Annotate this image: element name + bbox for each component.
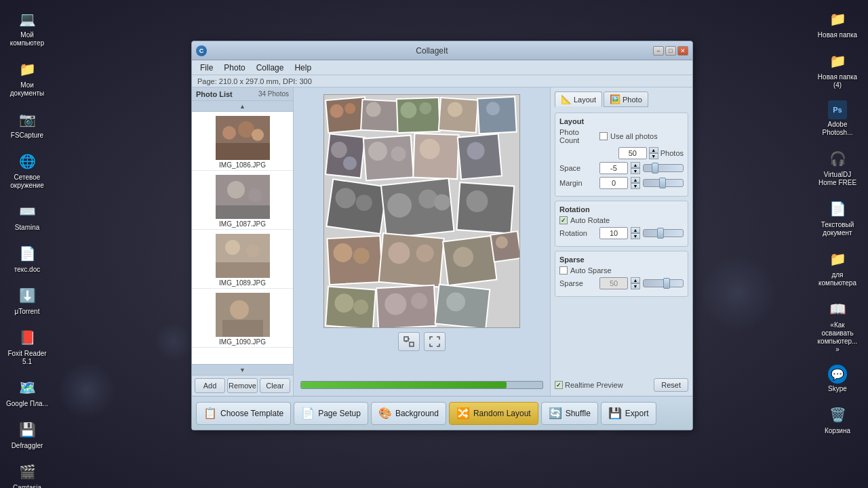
- svg-rect-39: [327, 179, 387, 233]
- export-button[interactable]: 💾 Export: [601, 402, 656, 425]
- svg-rect-27: [477, 97, 517, 134]
- realtime-checkbox[interactable]: ✓: [555, 381, 563, 389]
- margin-label: Margin: [559, 179, 597, 187]
- layout-tab[interactable]: 📐 Layout: [555, 92, 602, 107]
- margin-slider[interactable]: [643, 179, 684, 187]
- scroll-up-button[interactable]: ▲: [192, 101, 293, 112]
- maximize-button[interactable]: □: [665, 46, 676, 56]
- photo-tab[interactable]: 🖼️ Photo: [604, 92, 648, 107]
- menu-photo[interactable]: Photo: [218, 62, 250, 74]
- rotation-increment[interactable]: ▲: [631, 227, 640, 233]
- photo-item[interactable]: IMG_1087.JPG: [192, 171, 293, 230]
- app-title: CollageIt: [211, 46, 653, 56]
- background-icon: 🎨: [378, 407, 392, 420]
- space-slider[interactable]: [643, 164, 684, 172]
- photos-increment[interactable]: ▲: [649, 147, 658, 153]
- desktop-icon-skype[interactable]: 💬 Skype: [813, 362, 862, 396]
- desktop-icon-documents[interactable]: 📁 Мои документы: [3, 56, 52, 100]
- desktop-icon-label: Текстовый документ: [816, 221, 859, 237]
- sparse-decrement[interactable]: ▼: [631, 283, 640, 289]
- space-increment[interactable]: ▲: [631, 162, 640, 168]
- random-layout-button[interactable]: 🔀 Random Layout: [449, 402, 538, 425]
- menu-help[interactable]: Help: [289, 62, 317, 74]
- fit-view-button[interactable]: [398, 332, 420, 351]
- desktop-icon-virtualdj[interactable]: 🎧 VirtualDJ Home FREE: [813, 145, 862, 190]
- photos-decrement[interactable]: ▼: [649, 153, 658, 159]
- desktop-icon-foxit[interactable]: 📕 Foxit Reader 5.1: [3, 324, 52, 369]
- photos-value-input[interactable]: 50: [618, 147, 647, 159]
- auto-sparse-checkbox[interactable]: [559, 266, 568, 274]
- desktop-icon-label: FSCapture: [11, 131, 43, 140]
- margin-input[interactable]: [599, 177, 628, 189]
- folder-icon: 📁: [827, 8, 848, 30]
- desktop-icon-for-computer[interactable]: 📁 для компьютера: [813, 245, 862, 290]
- rotation-decrement[interactable]: ▼: [631, 233, 640, 239]
- fullscreen-button[interactable]: [424, 332, 446, 351]
- desktop-icon-photoshop[interactable]: Ps Adobe Photosh...: [813, 98, 862, 140]
- desktop-icon-book[interactable]: 📖 «Как осваивать компьютер...»: [813, 296, 862, 357]
- desktop-icon-stamina[interactable]: ⌨️ Stamina: [3, 198, 52, 235]
- auto-rotate-checkbox[interactable]: ✓: [559, 216, 568, 224]
- choose-template-button[interactable]: 📋 Choose Template: [196, 402, 291, 425]
- layout-section-label: Layout: [559, 117, 684, 125]
- use-all-photos-checkbox[interactable]: [599, 132, 608, 140]
- foxit-icon: 📕: [16, 327, 38, 348]
- sparse-increment[interactable]: ▲: [631, 277, 640, 283]
- margin-decrement[interactable]: ▼: [631, 183, 640, 189]
- photo-item[interactable]: IMG_1089.JPG: [192, 230, 293, 289]
- photo-thumbnail: [216, 293, 270, 337]
- sparse-slider[interactable]: [643, 279, 684, 287]
- desktop-icon-new-folder-4[interactable]: 📁 Новая папка (4): [813, 47, 862, 92]
- photo-thumbnail: [216, 175, 270, 219]
- close-button[interactable]: ✕: [677, 46, 688, 56]
- photo-item[interactable]: IMG_1086.JPG: [192, 112, 293, 171]
- export-label: Export: [625, 409, 649, 418]
- desktop-icon-network[interactable]: 🌐 Сетевое окружение: [3, 148, 52, 192]
- photo-tab-icon: 🖼️: [610, 94, 620, 104]
- desktop-icon-textdoc-right[interactable]: 📄 Текстовый документ: [813, 195, 862, 240]
- canvas-area: [294, 87, 550, 396]
- photo-list-scroll[interactable]: IMG_1086.JPG IMG_1087.JPG: [192, 112, 293, 364]
- desktop-icon-label: Корзина: [825, 427, 850, 435]
- space-label: Space: [559, 164, 597, 172]
- desktop-icon-recycle[interactable]: 🗑️ Корзина: [813, 401, 862, 438]
- rotation-input[interactable]: [599, 227, 628, 239]
- page-setup-button[interactable]: 📄 Page Setup: [294, 402, 368, 425]
- desktop-icon-label: Новая папка: [818, 31, 857, 39]
- rotation-slider-thumb[interactable]: [657, 228, 664, 239]
- svg-point-7: [248, 188, 262, 202]
- svg-rect-4: [216, 143, 270, 160]
- remove-button[interactable]: Remove: [227, 378, 258, 393]
- shuffle-button[interactable]: 🔄 Shuffle: [541, 402, 598, 425]
- margin-slider-thumb[interactable]: [659, 178, 666, 188]
- sparse-slider-thumb[interactable]: [663, 278, 670, 289]
- background-button[interactable]: 🎨 Background: [371, 402, 446, 425]
- menu-file[interactable]: File: [195, 62, 218, 74]
- folder-icon: 📁: [827, 50, 848, 72]
- desktop-icon-new-folder[interactable]: 📁 Новая папка: [813, 5, 862, 42]
- desktop-icon-fscapture[interactable]: 📷 FSCapture: [3, 106, 52, 142]
- reset-button[interactable]: Reset: [654, 378, 688, 392]
- desktop-icon-textdoc[interactable]: 📄 текс.doc: [3, 240, 52, 277]
- photo-item[interactable]: IMG_1090.JPG: [192, 289, 293, 348]
- desktop-icon-label: текс.doc: [14, 266, 40, 274]
- margin-increment[interactable]: ▲: [631, 177, 640, 183]
- sparse-input[interactable]: [599, 277, 628, 289]
- menu-collage[interactable]: Collage: [251, 62, 290, 74]
- space-slider-thumb[interactable]: [652, 163, 658, 174]
- desktop-icon-google[interactable]: 🗺️ Google Пла...: [3, 374, 52, 411]
- space-decrement[interactable]: ▼: [631, 168, 640, 174]
- desktop-icon-utorrent[interactable]: ⬇️ μTorrent: [3, 282, 52, 319]
- space-input[interactable]: [599, 162, 628, 174]
- desktop-icon-defraggler[interactable]: 💾 Defraggler: [3, 416, 52, 453]
- rotation-slider[interactable]: [643, 229, 684, 237]
- minimize-button[interactable]: −: [653, 46, 664, 56]
- desktop-icon-camtasia[interactable]: 🎬 Camtasia Studio 6: [3, 458, 52, 488]
- desktop-icon-my-computer[interactable]: 💻 Мой компьютер: [3, 5, 52, 50]
- scroll-down-button[interactable]: ▼: [192, 364, 293, 375]
- photo-thumbnail: [216, 116, 270, 160]
- add-button[interactable]: Add: [195, 378, 225, 393]
- clear-button[interactable]: Clear: [260, 378, 290, 393]
- layout-section: Layout Photo Count Use all photos 50 ▲ ▼: [555, 113, 688, 197]
- page-setup-label: Page Setup: [318, 409, 361, 418]
